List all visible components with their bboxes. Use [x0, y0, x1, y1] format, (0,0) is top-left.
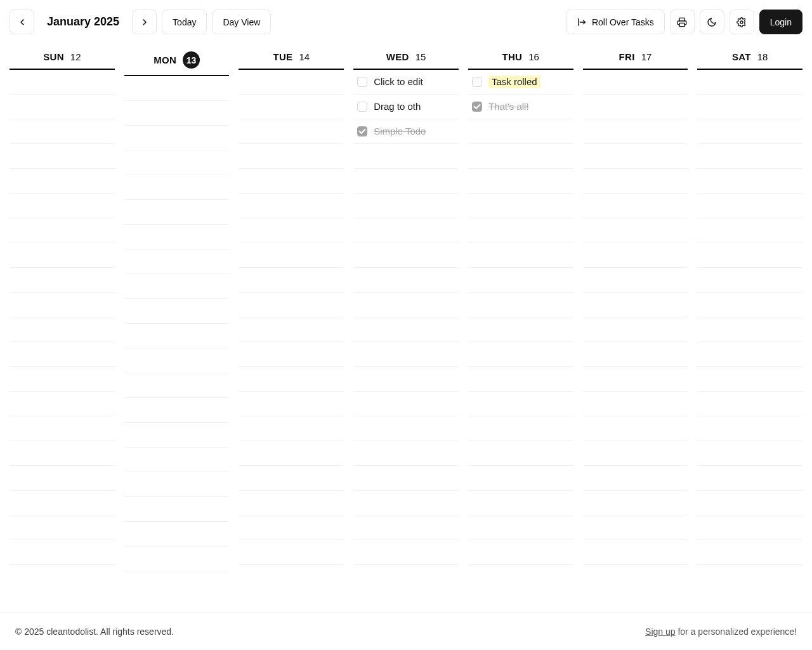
task-row[interactable] — [583, 293, 688, 317]
task-list[interactable]: Click to editDrag to othSimple Todo — [353, 70, 459, 612]
task-row[interactable] — [583, 466, 688, 491]
task-row[interactable] — [468, 416, 573, 441]
task-row[interactable] — [239, 70, 344, 95]
task-row[interactable] — [353, 367, 459, 392]
task-row[interactable] — [124, 200, 230, 225]
task-row[interactable] — [583, 342, 688, 367]
task-list[interactable] — [697, 70, 802, 612]
settings-button[interactable] — [730, 10, 754, 34]
task-row[interactable] — [124, 249, 230, 274]
task-row[interactable] — [468, 293, 573, 317]
task-row[interactable] — [124, 398, 230, 423]
task-row[interactable] — [10, 194, 115, 218]
task-list[interactable]: Task rolledThat's all! — [468, 70, 573, 612]
task-row[interactable] — [124, 175, 230, 200]
task-row[interactable] — [468, 392, 573, 416]
task-row[interactable] — [583, 169, 688, 194]
task-row[interactable] — [239, 169, 344, 194]
task-row[interactable]: That's all! — [468, 95, 573, 119]
task-row[interactable] — [10, 119, 115, 144]
task-row[interactable] — [10, 416, 115, 441]
prev-week-button[interactable] — [10, 10, 34, 34]
task-row[interactable] — [239, 218, 344, 243]
task-row[interactable] — [124, 324, 230, 348]
task-row[interactable] — [697, 95, 802, 119]
task-row[interactable] — [697, 144, 802, 169]
task-row[interactable] — [124, 348, 230, 373]
task-row[interactable] — [124, 225, 230, 249]
task-row[interactable] — [10, 293, 115, 317]
task-row[interactable] — [239, 144, 344, 169]
task-row[interactable] — [697, 169, 802, 194]
task-row[interactable] — [583, 392, 688, 416]
task-row[interactable] — [239, 515, 344, 540]
task-checkbox[interactable] — [472, 77, 482, 87]
task-row[interactable] — [124, 373, 230, 398]
task-row[interactable] — [124, 274, 230, 299]
task-row[interactable] — [353, 342, 459, 367]
task-row[interactable] — [468, 491, 573, 515]
task-row[interactable] — [239, 416, 344, 441]
task-row[interactable] — [10, 441, 115, 466]
task-row[interactable] — [10, 367, 115, 392]
task-row[interactable] — [697, 392, 802, 416]
task-text[interactable]: Click to edit — [374, 76, 455, 88]
task-row[interactable] — [697, 119, 802, 144]
task-row[interactable] — [697, 70, 802, 95]
task-row[interactable] — [468, 144, 573, 169]
theme-toggle-button[interactable] — [700, 10, 724, 34]
rollover-tasks-button[interactable]: Roll Over Tasks — [566, 10, 665, 34]
task-row[interactable] — [10, 268, 115, 293]
task-row[interactable] — [583, 268, 688, 293]
task-row[interactable] — [468, 243, 573, 268]
task-row[interactable] — [697, 466, 802, 491]
task-row[interactable] — [583, 441, 688, 466]
task-row[interactable]: Drag to oth — [353, 95, 459, 119]
print-button[interactable] — [670, 10, 695, 34]
task-row[interactable] — [353, 293, 459, 317]
task-row[interactable] — [468, 119, 573, 144]
task-row[interactable] — [353, 268, 459, 293]
task-row[interactable] — [353, 144, 459, 169]
task-row[interactable] — [10, 540, 115, 565]
task-row[interactable] — [124, 448, 230, 472]
task-row[interactable] — [239, 441, 344, 466]
task-row[interactable] — [697, 317, 802, 342]
task-row[interactable] — [697, 416, 802, 441]
day-header[interactable]: THU16 — [468, 51, 573, 70]
task-row[interactable] — [353, 466, 459, 491]
task-row[interactable] — [353, 194, 459, 218]
task-row[interactable] — [468, 194, 573, 218]
task-row[interactable] — [583, 194, 688, 218]
task-row[interactable] — [239, 540, 344, 565]
task-list[interactable] — [583, 70, 688, 612]
task-row[interactable] — [583, 218, 688, 243]
day-header[interactable]: SUN12 — [10, 51, 115, 70]
task-row[interactable] — [697, 515, 802, 540]
task-row[interactable] — [10, 466, 115, 491]
task-row[interactable] — [239, 95, 344, 119]
task-row[interactable] — [583, 70, 688, 95]
task-row[interactable] — [124, 76, 230, 101]
task-checkbox[interactable] — [357, 102, 367, 112]
task-row[interactable] — [697, 342, 802, 367]
task-row[interactable] — [10, 342, 115, 367]
task-row[interactable] — [697, 293, 802, 317]
task-list[interactable] — [239, 70, 344, 612]
task-row[interactable] — [468, 169, 573, 194]
task-row[interactable] — [239, 268, 344, 293]
task-row[interactable] — [239, 194, 344, 218]
task-row[interactable] — [239, 491, 344, 515]
task-row[interactable] — [353, 491, 459, 515]
task-row[interactable] — [468, 268, 573, 293]
day-header[interactable]: FRI17 — [583, 51, 688, 70]
task-row[interactable] — [10, 515, 115, 540]
task-row[interactable] — [697, 491, 802, 515]
task-row[interactable] — [239, 293, 344, 317]
task-row[interactable] — [124, 299, 230, 324]
task-row[interactable] — [239, 243, 344, 268]
task-checkbox[interactable] — [357, 126, 367, 136]
task-row[interactable] — [353, 169, 459, 194]
task-row[interactable]: Click to edit — [353, 70, 459, 95]
task-row[interactable] — [353, 540, 459, 565]
